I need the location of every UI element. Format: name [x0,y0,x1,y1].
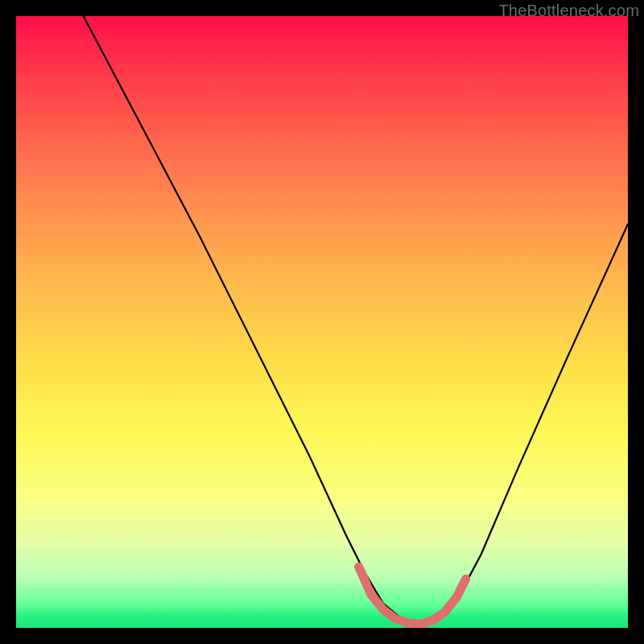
chart-container: TheBottleneck.com [0,0,644,644]
chart-svg [16,16,628,628]
plot-area [16,16,628,628]
watermark-text: TheBottleneck.com [498,2,639,20]
curve-line [84,16,628,624]
highlight-line [359,567,466,624]
